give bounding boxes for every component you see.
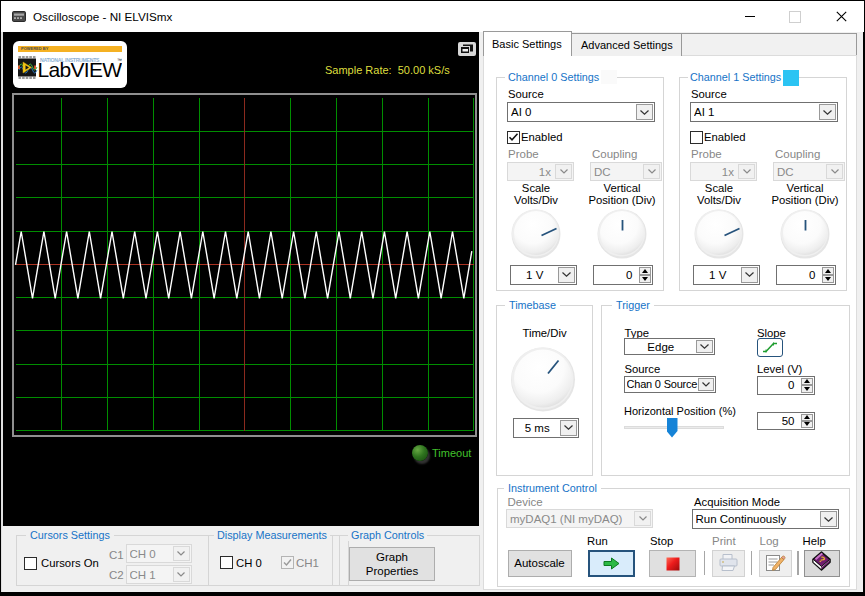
svg-text:POWERED BY: POWERED BY <box>21 46 49 51</box>
svg-text:LabVIEW: LabVIEW <box>38 58 123 81</box>
svg-text:™: ™ <box>117 57 122 63</box>
